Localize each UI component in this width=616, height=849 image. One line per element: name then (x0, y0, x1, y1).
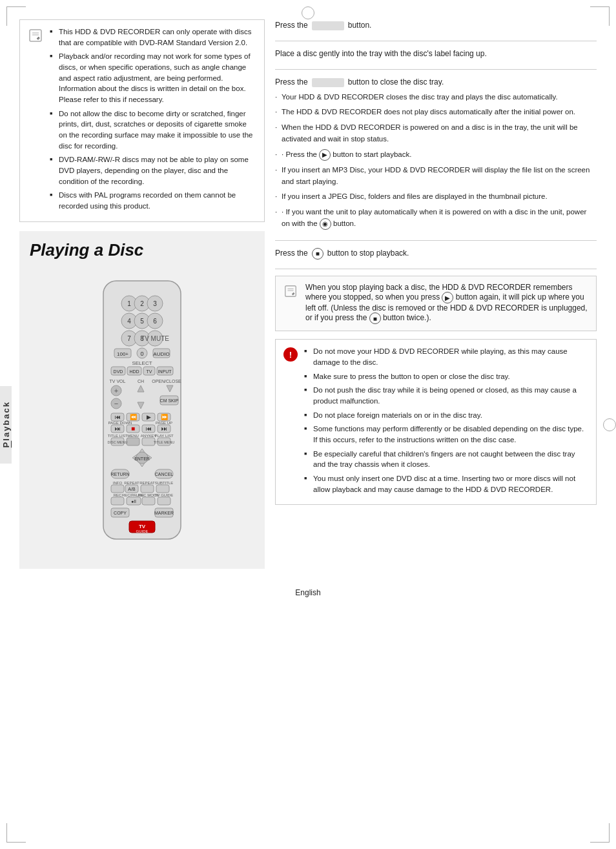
svg-text:DISC MENU: DISC MENU (108, 440, 128, 444)
section-place-disc: Place a disc gently into the tray with t… (275, 48, 597, 70)
warning-item: Do not place foreign materials on or in … (304, 410, 588, 421)
note-list-top: This HDD & DVD RECORDER can only operate… (50, 26, 256, 212)
note-item: Do not allow the disc to become dirty or… (50, 108, 256, 152)
small-note-text: When you stop playing back a disc, the H… (305, 283, 588, 324)
main-layout: This HDD & DVD RECORDER can only operate… (0, 0, 616, 582)
svg-text:●II: ●II (131, 499, 136, 504)
corner-mark-bl (6, 823, 26, 843)
svg-text:PAGE UP: PAGE UP (156, 421, 172, 425)
bullet-powered-on: When the HDD & DVD RECORDER is powered o… (275, 122, 597, 145)
svg-text:CANCEL: CANCEL (155, 472, 174, 476)
warning-item: Do not move your HDD & DVD RECORDER whil… (304, 346, 588, 367)
svg-text:ENTER: ENTER (134, 456, 150, 461)
warning-box: ! Do not move your HDD & DVD RECORDER wh… (275, 339, 597, 505)
right-circle-mark (603, 418, 616, 431)
svg-text:⏪: ⏪ (130, 413, 138, 421)
svg-text:7: 7 (127, 335, 131, 342)
stop-btn-note: ■ (369, 312, 381, 324)
svg-text:1: 1 (127, 300, 131, 307)
svg-text:MARKER: MARKER (154, 511, 174, 515)
corner-mark-br (590, 823, 610, 843)
svg-text:AUDIO: AUDIO (153, 351, 169, 357)
svg-text:TV VOL: TV VOL (110, 379, 126, 384)
svg-text:REPEAT: REPEAT (139, 481, 155, 485)
press-button-line: Press the button. (275, 19, 597, 32)
svg-text:TV: TV (139, 524, 146, 529)
note-item: DVD-RAM/-RW/-R discs may not be able to … (50, 154, 256, 187)
playing-disc-section: Playing a Disc 1 2 3 4 5 (19, 231, 265, 569)
svg-text:SUBTITLE: SUBTITLE (155, 481, 174, 485)
svg-text:PAGE DOWN: PAGE DOWN (108, 421, 132, 425)
close-tray-text: button to close the disc tray. (348, 76, 444, 88)
svg-rect-115 (285, 286, 296, 297)
svg-text:RETURN: RETURN (110, 472, 129, 476)
play-button-icon: ▶ (319, 149, 331, 161)
playback-side-tab: Playback (0, 386, 12, 464)
remote-container: 1 2 3 4 5 6 7 8 (30, 268, 254, 558)
svg-text:3: 3 (153, 300, 157, 307)
svg-text:100+: 100+ (117, 351, 128, 357)
svg-text:■: ■ (131, 425, 135, 432)
svg-text:⏭: ⏭ (115, 425, 121, 432)
svg-rect-0 (30, 30, 41, 41)
open-close-button-placeholder (312, 21, 344, 30)
warning-item: Make sure to press the button to open or… (304, 371, 588, 382)
svg-text:▶: ▶ (147, 414, 151, 420)
bottom-english-label: English (0, 588, 616, 600)
warning-item: Be especially careful that children's fi… (304, 449, 588, 470)
warning-item: You must only insert one DVD disc at a t… (304, 473, 588, 495)
svg-text:TITLE MENU: TITLE MENU (154, 440, 175, 444)
svg-text:INPUT: INPUT (158, 369, 172, 374)
svg-text:GUIDE: GUIDE (136, 529, 148, 533)
playing-disc-title: Playing a Disc (30, 240, 254, 260)
svg-rect-103 (111, 497, 124, 505)
svg-rect-97 (141, 485, 154, 493)
stop-line: Press the ■ button to stop playback. (275, 247, 597, 260)
svg-text:MENU: MENU (127, 434, 139, 438)
svg-text:2: 2 (140, 300, 144, 307)
bullet-auto-power: · If you want the unit to play automatic… (275, 207, 597, 230)
close-tray-button-placeholder (312, 78, 344, 87)
small-note-content: When you stop playing back a disc, the H… (305, 283, 588, 324)
small-note-box: When you stop playing back a disc, the H… (275, 276, 597, 331)
svg-text:⏮: ⏮ (115, 414, 121, 420)
warning-item: Do not push the disc tray while it is be… (304, 385, 588, 406)
note-item: This HDD & DVD RECORDER can only operate… (50, 26, 256, 48)
svg-text:OPEN/CLOSE: OPEN/CLOSE (152, 379, 181, 384)
warning-icon: ! (283, 347, 298, 362)
svg-rect-98 (156, 485, 169, 493)
note-item: Playback and/or recording may not work f… (50, 51, 256, 105)
svg-text:4: 4 (127, 318, 131, 325)
bullet-play-start: · Press the ▶ button to start playback. (275, 149, 597, 161)
right-column: Press the button. Place a disc gently in… (275, 19, 597, 569)
svg-text:TV: TV (147, 369, 152, 374)
play-btn-note: ▶ (442, 292, 453, 303)
button-label: button. (348, 19, 372, 32)
press-the-label: Press the (275, 19, 308, 32)
svg-text:TV MUTE: TV MUTE (141, 335, 169, 342)
bullet-jpeg: If you insert a JPEG Disc, folders and f… (275, 191, 597, 203)
svg-text:0: 0 (140, 351, 143, 357)
svg-text:⏭: ⏭ (161, 425, 167, 432)
stop-button-icon: ■ (312, 248, 323, 260)
stop-text: button to stop playback. (327, 247, 409, 260)
svg-text:REPEAT: REPEAT (124, 481, 139, 485)
bullet-auto-play: Your HDD & DVD RECORDER closes the disc … (275, 92, 597, 103)
svg-text:TV GUIDE: TV GUIDE (155, 493, 173, 497)
press-the-label-3: Press the (275, 247, 308, 260)
note-box-top: This HDD & DVD RECORDER can only operate… (19, 19, 265, 222)
section-press-button: Press the button. (275, 19, 597, 41)
svg-text:HDD: HDD (129, 369, 139, 374)
svg-rect-107 (158, 497, 170, 505)
svg-text:CM SKIP: CM SKIP (160, 398, 179, 403)
remote-control-image: 1 2 3 4 5 6 7 8 (77, 274, 207, 552)
svg-text:INFO: INFO (113, 481, 123, 485)
svg-text:+: + (114, 387, 118, 394)
corner-mark-tl (6, 6, 26, 26)
svg-text:6: 6 (153, 318, 157, 325)
warning-list: Do not move your HDD & DVD RECORDER whil… (304, 346, 588, 495)
section-stop: Press the ■ button to stop playback. (275, 247, 597, 269)
svg-rect-94 (111, 485, 124, 493)
power-button-icon: ◉ (320, 218, 331, 230)
svg-text:REC: REC (114, 493, 122, 497)
